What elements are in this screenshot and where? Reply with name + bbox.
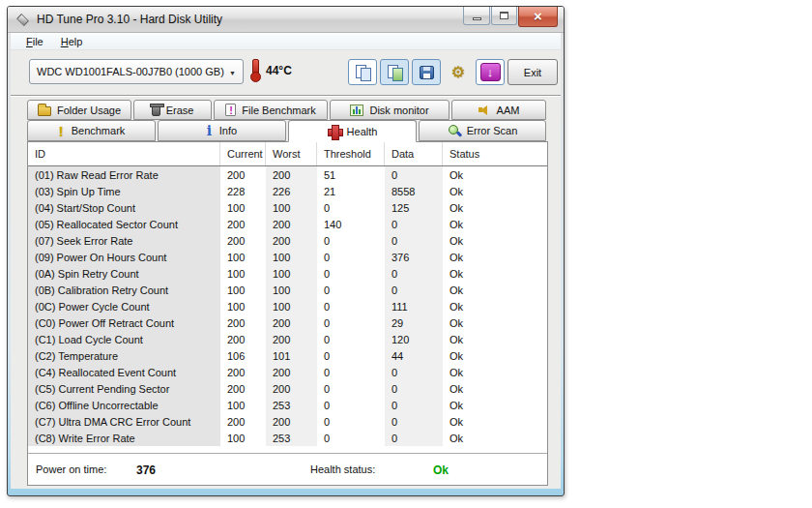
column-header-data[interactable]: Data xyxy=(385,142,443,165)
cell-data: 0 xyxy=(385,430,443,446)
cell-data: 376 xyxy=(385,249,443,265)
options-button[interactable] xyxy=(444,59,473,85)
table-row[interactable]: (C6) Offline Uncorrectable10025300Ok xyxy=(28,397,547,413)
cell-id: (C5) Current Pending Sector xyxy=(28,380,220,397)
cell-current: 100 xyxy=(220,249,266,265)
cell-worst: 200 xyxy=(266,232,317,249)
cell-id: (C8) Write Error Rate xyxy=(28,430,220,446)
cell-id: (01) Raw Read Error Rate xyxy=(28,166,220,183)
cell-worst: 253 xyxy=(266,397,317,413)
cell-id: (03) Spin Up Time xyxy=(28,183,220,199)
table-row[interactable]: (C4) Reallocated Event Count20020000Ok xyxy=(28,364,547,380)
tab-disk-monitor[interactable]: Disk monitor xyxy=(330,100,450,120)
cell-current: 200 xyxy=(220,413,266,430)
toolbar-separator xyxy=(11,95,561,97)
cell-data: 0 xyxy=(385,232,443,249)
tab-folder-usage[interactable]: Folder Usage xyxy=(27,100,131,120)
tab-aam[interactable]: AAM xyxy=(451,100,546,120)
maximize-button[interactable] xyxy=(491,7,517,25)
cell-data: 44 xyxy=(385,347,443,364)
cell-status: Ok xyxy=(443,216,547,232)
tab-row-1: Folder UsageEraseFile BenchmarkDisk moni… xyxy=(11,100,561,120)
window-title: HD Tune Pro 3.10 - Hard Disk Utility xyxy=(37,13,222,26)
menu-file[interactable]: File xyxy=(18,35,51,48)
menu-help[interactable]: Help xyxy=(53,35,91,48)
column-header-threshold[interactable]: Threshold xyxy=(317,142,385,165)
file-exclaim-icon xyxy=(225,104,236,116)
copy-text-button[interactable] xyxy=(348,59,377,85)
cell-threshold: 51 xyxy=(317,166,385,183)
minimize-button[interactable] xyxy=(463,7,490,25)
cell-id: (C7) Ultra DMA CRC Error Count xyxy=(28,413,220,430)
cell-status: Ok xyxy=(443,364,547,380)
cell-current: 200 xyxy=(220,216,266,232)
tab-erase[interactable]: Erase xyxy=(133,100,212,120)
column-header-status[interactable]: Status xyxy=(443,142,547,165)
cell-status: Ok xyxy=(443,347,547,364)
cell-data: 125 xyxy=(385,199,443,216)
table-row[interactable]: (04) Start/Stop Count1001000125Ok xyxy=(28,199,547,216)
table-row[interactable]: (07) Seek Error Rate20020000Ok xyxy=(28,232,547,249)
cell-worst: 101 xyxy=(266,347,317,364)
cell-status: Ok xyxy=(443,265,547,282)
table-row[interactable]: (0C) Power Cycle Count1001000111Ok xyxy=(28,298,547,314)
cell-worst: 100 xyxy=(266,298,317,314)
cell-threshold: 0 xyxy=(317,282,385,298)
cell-id: (C1) Load Cycle Count xyxy=(28,331,220,347)
chevron-down-icon xyxy=(229,66,236,77)
cell-threshold: 0 xyxy=(317,265,385,282)
table-row[interactable]: (C1) Load Cycle Count2002000120Ok xyxy=(28,331,547,347)
table-row[interactable]: (C0) Power Off Retract Count200200029Ok xyxy=(28,314,547,331)
cell-current: 200 xyxy=(220,364,266,380)
table-row[interactable]: (0B) Calibration Retry Count10010000Ok xyxy=(28,282,547,298)
app-icon xyxy=(16,14,29,26)
trash-icon xyxy=(152,105,160,116)
cell-status: Ok xyxy=(443,282,547,298)
table-row[interactable]: (C8) Write Error Rate10025300Ok xyxy=(28,430,547,446)
drive-select[interactable]: WDC WD1001FALS-00J7B0 (1000 GB) xyxy=(29,59,244,84)
cell-id: (C2) Temperature xyxy=(28,347,220,364)
cell-data: 111 xyxy=(385,298,443,314)
tab-file-benchmark[interactable]: File Benchmark xyxy=(214,100,328,120)
options-icon xyxy=(451,65,465,80)
column-header-id[interactable]: ID xyxy=(28,142,220,165)
copy-image-icon xyxy=(388,65,402,79)
tab-info[interactable]: Info xyxy=(158,120,286,141)
cell-data: 120 xyxy=(385,331,443,347)
tab-benchmark[interactable]: Benchmark xyxy=(27,120,156,141)
close-button[interactable] xyxy=(518,7,558,27)
tab-row-2: BenchmarkInfoHealthError Scan xyxy=(11,120,561,141)
copy-image-button[interactable] xyxy=(380,59,409,85)
cell-worst: 200 xyxy=(266,413,317,430)
cell-status: Ok xyxy=(443,430,547,446)
tab-label: AAM xyxy=(497,105,520,116)
table-row[interactable]: (C7) Ultra DMA CRC Error Count20020000Ok xyxy=(28,413,547,430)
cell-current: 100 xyxy=(220,199,266,216)
table-row[interactable]: (09) Power On Hours Count1001000376Ok xyxy=(28,249,547,265)
table-header: IDCurrentWorstThresholdDataStatus xyxy=(28,142,547,166)
tab-error-scan[interactable]: Error Scan xyxy=(419,120,546,141)
exit-button[interactable]: Exit xyxy=(508,59,558,85)
table-row[interactable]: (C2) Temperature106101044Ok xyxy=(28,347,547,364)
cell-status: Ok xyxy=(443,232,547,249)
table-row[interactable]: (0A) Spin Retry Count10010000Ok xyxy=(28,265,547,282)
title-bar[interactable]: HD Tune Pro 3.10 - Hard Disk Utility xyxy=(8,7,564,33)
save-button[interactable] xyxy=(412,59,441,85)
tab-health[interactable]: Health xyxy=(288,120,417,142)
column-header-worst[interactable]: Worst xyxy=(266,142,317,165)
column-header-current[interactable]: Current xyxy=(220,142,266,165)
cell-current: 106 xyxy=(220,347,266,364)
table-row[interactable]: (05) Reallocated Sector Count2002001400O… xyxy=(28,216,547,232)
smart-table: (01) Raw Read Error Rate200200510Ok(03) … xyxy=(28,166,547,446)
cell-current: 100 xyxy=(220,265,266,282)
status-bar: Power on time: 376 Health status: Ok xyxy=(28,453,547,485)
table-row[interactable]: (C5) Current Pending Sector20020000Ok xyxy=(28,380,547,397)
tab-label: File Benchmark xyxy=(242,105,315,116)
export-button[interactable] xyxy=(476,59,505,85)
table-row[interactable]: (01) Raw Read Error Rate200200510Ok xyxy=(28,166,547,183)
cell-data: 29 xyxy=(385,314,443,331)
power-on-time-value: 376 xyxy=(136,463,156,477)
table-row[interactable]: (03) Spin Up Time228226218558Ok xyxy=(28,183,547,199)
cell-threshold: 0 xyxy=(317,413,385,430)
cell-worst: 200 xyxy=(266,216,317,232)
